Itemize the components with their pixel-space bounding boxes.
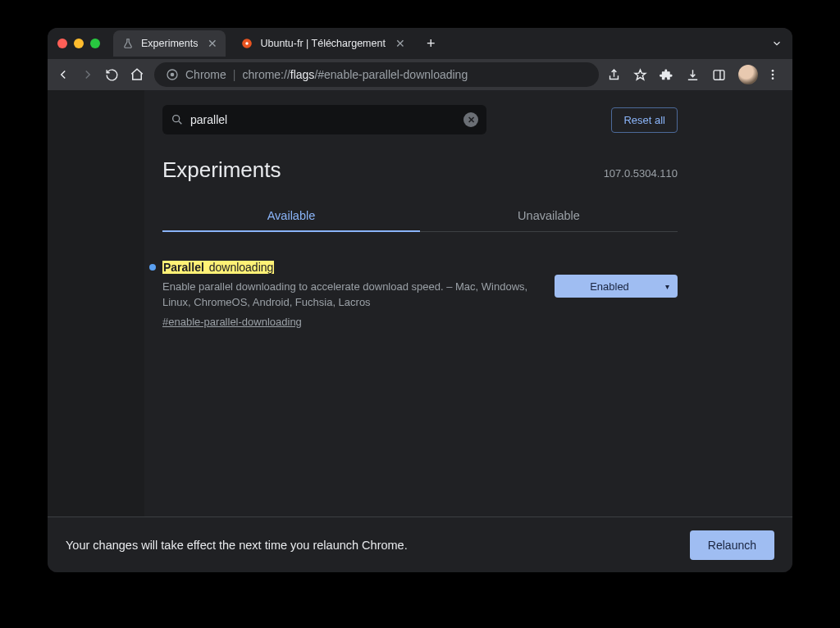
flag-state-value: Enabled <box>590 280 629 293</box>
url-scheme-label: Chrome <box>185 68 226 81</box>
tab-available[interactable]: Available <box>162 201 420 232</box>
chrome-page-icon <box>166 68 179 81</box>
ubuntu-icon <box>240 37 253 50</box>
flags-search-box[interactable]: ✕ <box>162 105 486 134</box>
chrome-version: 107.0.5304.110 <box>604 167 678 180</box>
svg-point-5 <box>772 70 774 72</box>
address-bar[interactable]: Chrome | chrome://flags/#enable-parallel… <box>154 62 599 87</box>
bookmark-icon[interactable] <box>633 68 651 82</box>
forward-button[interactable] <box>80 67 97 82</box>
tab-title: Experiments <box>141 38 198 49</box>
share-icon[interactable] <box>607 68 625 82</box>
separator: | <box>233 68 236 81</box>
browser-tab-ubuntu[interactable]: Ubuntu-fr | Téléchargement ✕ <box>232 30 413 57</box>
tab-title: Ubuntu-fr | Téléchargement <box>260 38 385 49</box>
chrome-window: Experiments ✕ Ubuntu-fr | Téléchargement… <box>48 28 792 572</box>
close-tab-icon[interactable]: ✕ <box>395 37 405 50</box>
flag-title: Parallel downloading <box>162 260 538 275</box>
browser-toolbar: Chrome | chrome://flags/#enable-parallel… <box>48 59 792 90</box>
svg-point-3 <box>171 73 175 77</box>
flag-entry: Parallel downloading Enable parallel dow… <box>162 260 678 328</box>
flag-description: Enable parallel downloading to accelerat… <box>162 280 538 311</box>
flag-state-select[interactable]: Enabled <box>555 275 678 298</box>
minimize-window-button[interactable] <box>74 39 84 48</box>
extensions-icon[interactable] <box>660 68 678 82</box>
footer-message: Your changes will take effect the next t… <box>66 539 408 552</box>
svg-rect-4 <box>714 70 724 79</box>
downloads-icon[interactable] <box>686 68 704 82</box>
svg-point-1 <box>246 42 249 45</box>
flags-page: ✕ Reset all Experiments 107.0.5304.110 A… <box>144 90 696 517</box>
search-icon <box>171 113 184 126</box>
titlebar: Experiments ✕ Ubuntu-fr | Téléchargement… <box>48 28 792 59</box>
search-highlight: Parallel <box>162 261 205 274</box>
svg-point-7 <box>772 77 774 80</box>
window-controls <box>57 39 100 48</box>
relaunch-footer: Your changes will take effect the next t… <box>48 517 792 572</box>
back-button[interactable] <box>56 67 72 82</box>
new-tab-button[interactable]: + <box>420 35 442 52</box>
reset-all-button[interactable]: Reset all <box>611 107 678 133</box>
flag-id-link[interactable]: #enable-parallel-downloading <box>162 316 538 328</box>
close-window-button[interactable] <box>57 39 67 48</box>
page-title: Experiments <box>162 157 281 183</box>
page-content: ✕ Reset all Experiments 107.0.5304.110 A… <box>48 90 792 517</box>
menu-icon[interactable] <box>766 68 784 81</box>
tab-unavailable[interactable]: Unavailable <box>420 201 678 231</box>
maximize-window-button[interactable] <box>90 39 100 48</box>
home-button[interactable] <box>130 67 146 82</box>
right-gutter <box>696 90 792 517</box>
flask-icon <box>121 37 135 50</box>
profile-avatar[interactable] <box>738 65 758 84</box>
browser-tab-experiments[interactable]: Experiments ✕ <box>113 30 226 57</box>
search-input[interactable] <box>190 113 457 126</box>
sidepanel-icon[interactable] <box>712 68 730 82</box>
svg-point-8 <box>173 116 180 122</box>
reload-button[interactable] <box>105 68 121 82</box>
url-text: chrome://flags/#enable-parallel-download… <box>242 68 468 81</box>
relaunch-button[interactable]: Relaunch <box>690 530 774 560</box>
flag-category-tabs: Available Unavailable <box>162 201 678 232</box>
svg-point-6 <box>772 74 774 76</box>
clear-search-icon[interactable]: ✕ <box>463 112 478 127</box>
left-gutter <box>48 90 144 517</box>
close-tab-icon[interactable]: ✕ <box>208 37 217 50</box>
modified-indicator-icon <box>149 264 156 271</box>
tabs-overflow-icon[interactable] <box>771 38 783 49</box>
